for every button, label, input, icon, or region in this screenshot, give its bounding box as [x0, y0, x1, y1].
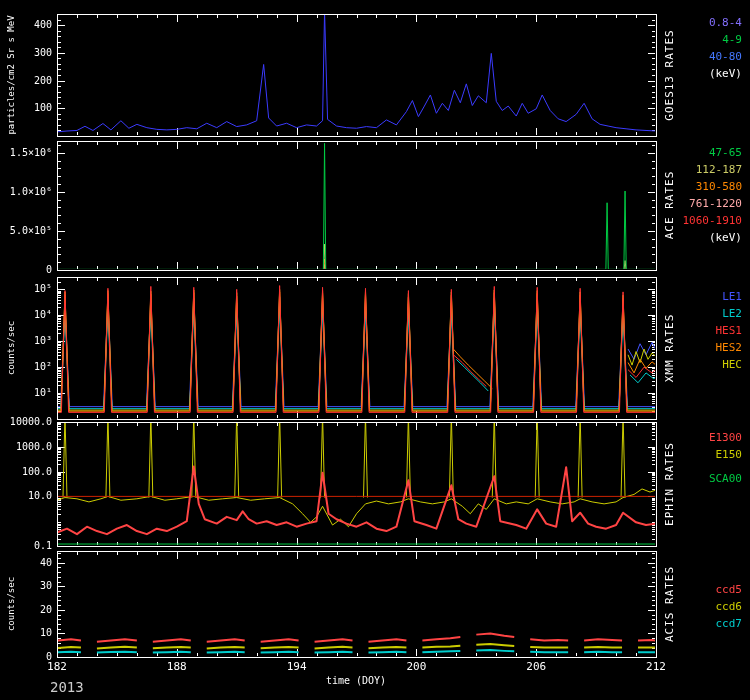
- y-axis-title-goes13: particles/cm2 Sr s MeV: [6, 15, 16, 134]
- panel-title-acis: ACIS RATES: [663, 566, 676, 642]
- legend-goes13-band-3: 40-80: [709, 50, 742, 63]
- legend-ace-band-4: 761-1220: [689, 197, 742, 210]
- legend-ace-units: (keV): [709, 231, 742, 244]
- legend-ephin-e150: E150: [716, 448, 743, 461]
- legend-acis-ccd6: ccd6: [716, 600, 743, 613]
- y-axis-title-acis: counts/sec: [6, 577, 16, 631]
- legend-ephin-e1300: E1300: [709, 431, 742, 444]
- panel-title-goes13: GOES13 RATES: [663, 29, 676, 120]
- rates-plot-canvas: [0, 0, 750, 700]
- legend-xmm-hec: HEC: [722, 358, 742, 371]
- x-axis-title: time (DOY): [326, 675, 386, 686]
- legend-acis-ccd5: ccd5: [716, 583, 743, 596]
- legend-goes13-units: (keV): [709, 67, 742, 80]
- panel-title-ace: ACE RATES: [663, 171, 676, 240]
- panel-title-ephin: EPHIN RATES: [663, 442, 676, 526]
- legend-goes13-band-1: 0.8-4: [709, 16, 742, 29]
- legend-ace-band-1: 47-65: [709, 146, 742, 159]
- legend-xmm-hes1: HES1: [716, 324, 743, 337]
- legend-xmm-le2: LE2: [722, 307, 742, 320]
- legend-ephin-sca00: SCA00: [709, 472, 742, 485]
- legend-acis-ccd7: ccd7: [716, 617, 743, 630]
- legend-ace-band-5: 1060-1910: [682, 214, 742, 227]
- panel-title-xmm: XMM RATES: [663, 314, 676, 383]
- legend-goes13-band-2: 4-9: [722, 33, 742, 46]
- radiation-monitor-dashboard: particles/cm2 Sr s MeV counts/sec counts…: [0, 0, 750, 700]
- legend-ace-band-2: 112-187: [696, 163, 742, 176]
- legend-ace-band-3: 310-580: [696, 180, 742, 193]
- legend-xmm-hes2: HES2: [716, 341, 743, 354]
- legend-xmm-le1: LE1: [722, 290, 742, 303]
- year-label: 2013: [50, 679, 84, 695]
- y-axis-title-xmm: counts/sec: [6, 321, 16, 375]
